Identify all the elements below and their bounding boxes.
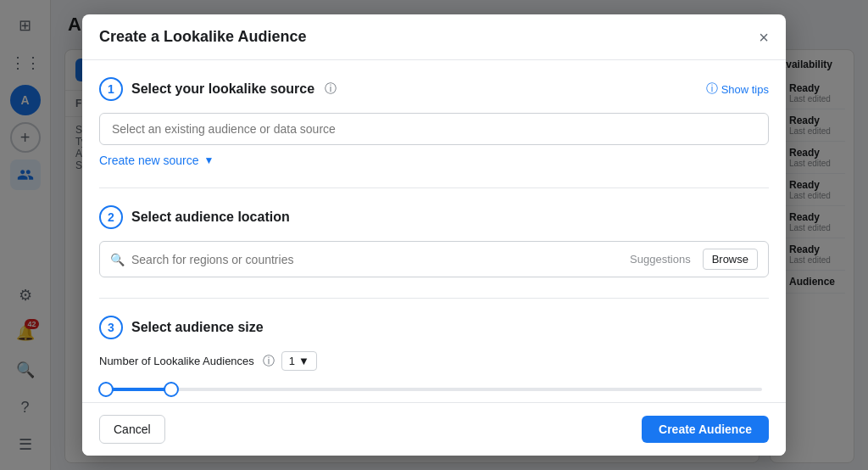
count-value: 1 [289, 355, 295, 367]
slider-fill [106, 388, 171, 391]
modal-title: Create a Lookalike Audience [99, 28, 306, 46]
count-label: Number of Lookalike Audiences [99, 355, 254, 367]
step-2-section: 2 Select audience location 🔍 Suggestions… [99, 205, 769, 277]
dropdown-arrow-icon: ▼ [204, 154, 214, 166]
modal-overlay: Create a Lookalike Audience × 1 Select y… [0, 0, 868, 470]
step-divider-2 [99, 298, 769, 299]
step-3-number: 3 [99, 316, 123, 339]
create-audience-button[interactable]: Create Audience [642, 416, 769, 443]
modal-footer: Cancel Create Audience [82, 402, 786, 456]
location-search-input[interactable] [131, 253, 623, 266]
location-search: 🔍 Suggestions Browse [99, 241, 769, 277]
step-1-section: 1 Select your lookalike source ⓘ ⓘ Show … [99, 77, 769, 167]
show-tips-button[interactable]: ⓘ Show tips [706, 81, 769, 97]
slider-thumb-left[interactable] [98, 382, 114, 397]
modal: Create a Lookalike Audience × 1 Select y… [82, 14, 786, 456]
step-3-section: 3 Select audience size Number of Lookali… [99, 316, 769, 402]
create-new-source[interactable]: Create new source ▼ [99, 154, 769, 167]
step-1-header: 1 Select your lookalike source ⓘ ⓘ Show … [99, 77, 769, 101]
modal-body: 1 Select your lookalike source ⓘ ⓘ Show … [82, 60, 786, 402]
slider-thumb-right[interactable] [164, 382, 179, 397]
count-dropdown[interactable]: 1 ▼ [281, 351, 317, 371]
modal-header: Create a Lookalike Audience × [82, 14, 786, 60]
slider-wrapper: 0% 1% 2% 3% 4% 5% 6% 7% 8% 9% 10% [99, 388, 769, 402]
tips-icon: ⓘ [706, 81, 718, 97]
count-dropdown-arrow: ▼ [298, 355, 309, 367]
step-1-title: Select your lookalike source [131, 81, 314, 97]
search-icon: 🔍 [110, 253, 125, 266]
step-3-header: 3 Select audience size [99, 316, 769, 339]
cancel-button[interactable]: Cancel [99, 415, 165, 444]
source-input[interactable] [99, 113, 769, 145]
browse-button[interactable]: Browse [703, 249, 758, 270]
step-divider-1 [99, 187, 769, 188]
step-2-header: 2 Select audience location [99, 205, 769, 229]
modal-close-button[interactable]: × [759, 29, 769, 46]
slider-track [106, 388, 762, 391]
step-2-number: 2 [99, 205, 123, 229]
suggestions-label: Suggestions [630, 253, 691, 266]
step-1-info-icon: ⓘ [325, 81, 337, 97]
audience-count-row: Number of Lookalike Audiences ⓘ 1 ▼ [99, 351, 769, 371]
step-3-title: Select audience size [131, 320, 264, 335]
count-info-icon: ⓘ [263, 354, 275, 369]
step-1-number: 1 [99, 77, 123, 101]
step-2-title: Select audience location [131, 210, 290, 225]
